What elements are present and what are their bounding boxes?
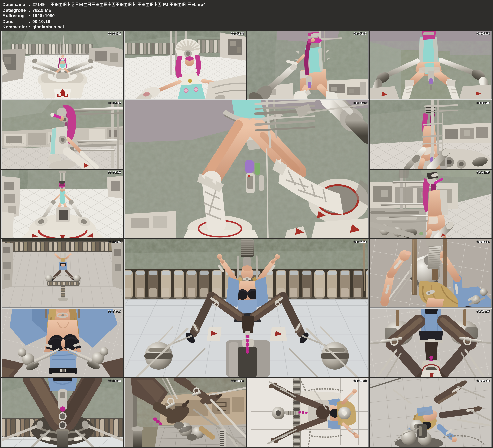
svg-text:00:00:32: 00:00:32 — [108, 32, 121, 35]
svg-text:00:06:31: 00:06:31 — [477, 240, 490, 244]
svg-text:00:03:48: 00:03:48 — [477, 101, 490, 105]
svg-text:00:05:58: 00:05:58 — [354, 240, 367, 244]
svg-text:00:04:53: 00:04:53 — [477, 171, 490, 174]
svg-text:00:09:46: 00:09:46 — [477, 379, 490, 382]
svg-text:00:07:03: 00:07:03 — [108, 310, 121, 313]
svg-text:00:07:36: 00:07:36 — [477, 310, 490, 313]
svg-text:00:02:10: 00:02:10 — [477, 32, 490, 35]
svg-text:00:02:42: 00:02:42 — [108, 101, 121, 105]
svg-text:00:05:25: 00:05:25 — [108, 240, 121, 244]
svg-text:00:03:15: 00:03:15 — [354, 101, 367, 105]
svg-text:00:08:08: 00:08:08 — [108, 379, 121, 382]
svg-text:00:01:05: 00:01:05 — [231, 32, 244, 35]
svg-text:00:09:13: 00:09:13 — [354, 379, 367, 382]
svg-text:00:01:37: 00:01:37 — [354, 32, 367, 35]
svg-text:00:08:41: 00:08:41 — [231, 379, 244, 382]
svg-text:00:04:20: 00:04:20 — [108, 171, 121, 174]
